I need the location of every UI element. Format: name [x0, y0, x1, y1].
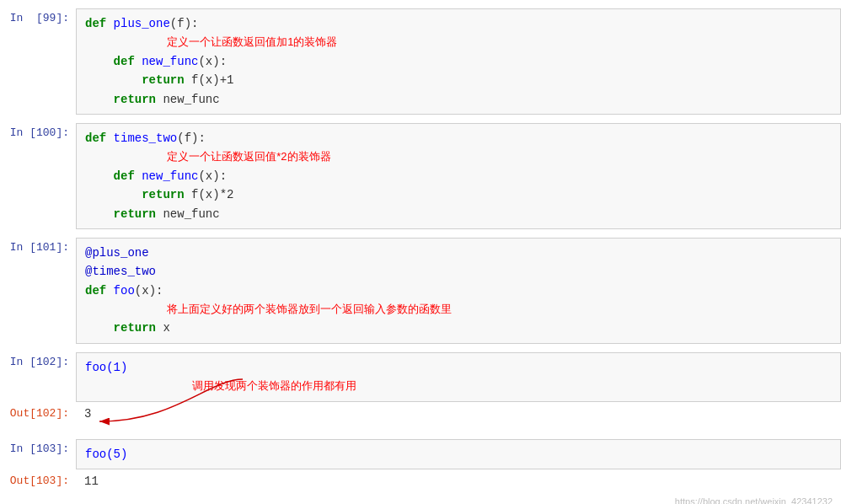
comment-101: 将上面定义好的两个装饰器放到一个返回输入参数的函数里: [167, 303, 452, 315]
cell-101-in-label: In [101]:: [0, 238, 76, 254]
cell-103-input: In [103]: foo(5): [0, 439, 841, 469]
code-line: def new_func(x):: [85, 167, 832, 185]
cell-102-out-value: 3: [76, 404, 841, 429]
comment-102: 调用发现两个装饰器的作用都有用: [192, 379, 356, 392]
code-line: return f(x)*2: [85, 185, 832, 204]
code-line: return f(x)+1: [85, 71, 832, 89]
cell-103-out-value: 11: [76, 471, 841, 496]
cell-102-code[interactable]: foo(1) 调用发现两个装饰器的作用都有用: [76, 352, 841, 402]
watermark: https://blog.csdn.net/weixin_42341232: [675, 496, 833, 504]
code-line: return new_func: [85, 90, 832, 109]
output-value: 11: [84, 475, 99, 488]
notebook: In [99]: def plus_one(f): 定义一个让函数返回值加1的装…: [0, 0, 841, 504]
cell-103-output: Out[103]: 11: [0, 471, 841, 496]
code-line: def foo(x): 将上面定义好的两个装饰器放到一个返回输入参数的函数里: [85, 281, 832, 319]
cell-101: In [101]: @plus_one @times_two def foo(x…: [0, 238, 841, 344]
code-line: return x: [85, 319, 832, 337]
code-line: def new_func(x):: [85, 52, 832, 71]
cell-101-code[interactable]: @plus_one @times_two def foo(x): 将上面定义好的…: [76, 238, 841, 344]
code-line: return new_func: [85, 205, 832, 223]
cell-102-out-label: Out[102]:: [0, 404, 76, 420]
cell-100-code[interactable]: def times_two(f): 定义一个让函数返回值*2的装饰器 def n…: [76, 123, 841, 229]
cell-102-in-label: In [102]:: [0, 352, 76, 368]
cell-99-code[interactable]: def plus_one(f): 定义一个让函数返回值加1的装饰器 def ne…: [76, 8, 841, 115]
cell-99-in-label: In [99]:: [0, 8, 76, 24]
comment-100: 定义一个让函数返回值*2的装饰器: [167, 150, 330, 163]
code-line: def plus_one(f): 定义一个让函数返回值加1的装饰器: [85, 14, 832, 52]
cell-103-in-label: In [103]:: [0, 439, 76, 455]
output-value: 3: [84, 407, 91, 421]
cell-99: In [99]: def plus_one(f): 定义一个让函数返回值加1的装…: [0, 8, 841, 115]
code-line: def times_two(f): 定义一个让函数返回值*2的装饰器: [85, 129, 832, 167]
cell-103-out-label: Out[103]:: [0, 471, 76, 487]
code-line: @plus_one: [85, 244, 832, 262]
code-line: foo(5): [85, 445, 832, 464]
code-line: foo(1) 调用发现两个装饰器的作用都有用: [85, 358, 832, 396]
cell-102-input: In [102]: foo(1) 调用发现两个装饰器的作用都有用: [0, 352, 841, 402]
cell-102-output: Out[102]: 3: [0, 404, 841, 429]
cell-100: In [100]: def times_two(f): 定义一个让函数返回值*2…: [0, 123, 841, 229]
code-line: @times_two: [85, 262, 832, 281]
cell-100-in-label: In [100]:: [0, 123, 76, 139]
cell-103-code[interactable]: foo(5): [76, 439, 841, 469]
comment-99: 定义一个让函数返回值加1的装饰器: [167, 35, 337, 48]
